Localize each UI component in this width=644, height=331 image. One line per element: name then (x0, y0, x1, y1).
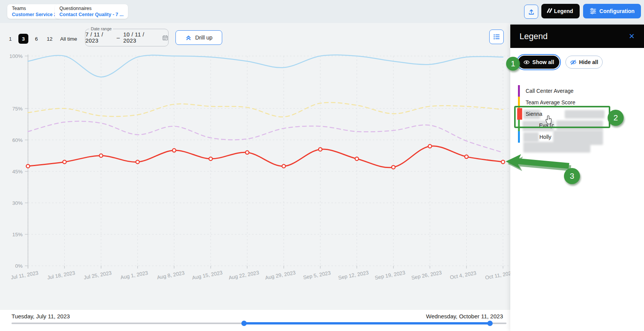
configuration-button-label: Configuration (600, 8, 635, 14)
annotation-step-1-badge: 1 (506, 57, 520, 71)
legend-panel-header: Legend ✕ (510, 25, 644, 48)
svg-text:Jul 18, 2023: Jul 18, 2023 (47, 270, 75, 281)
timeline-slider-handle-left[interactable] (241, 321, 247, 326)
svg-text:15%: 15% (12, 232, 23, 237)
timeline-start-date: Tuesday, July 11, 2023 (11, 313, 70, 319)
breadcrumb-value-link[interactable]: Customer Service 2 (12, 12, 57, 18)
hide-all-button[interactable]: Hide all (565, 56, 603, 69)
breadcrumb-label: Teams (12, 6, 57, 12)
breadcrumb-teams[interactable]: Teams Customer Service 2 (7, 4, 61, 19)
legend-item-label: Holly (539, 134, 551, 140)
svg-text:60%: 60% (12, 137, 23, 143)
timeline-slider-handle-right[interactable] (487, 321, 493, 326)
close-icon[interactable]: ✕ (626, 30, 638, 42)
svg-text:75%: 75% (12, 106, 23, 112)
upload-export-icon (528, 8, 535, 16)
svg-text:Jul 11, 2023: Jul 11, 2023 (10, 270, 39, 280)
legend-color-bar (518, 131, 520, 143)
svg-text:45%: 45% (12, 169, 23, 175)
list-icon (493, 33, 500, 41)
time-range-group: 13612All time (5, 34, 79, 44)
breadcrumb-value-link[interactable]: Contact Center Quality - 7 ... (59, 12, 123, 18)
svg-text:Aug 1, 2023: Aug 1, 2023 (120, 270, 148, 280)
hide-all-label: Hide all (579, 59, 598, 65)
legend-item[interactable]: Call Center Average (518, 85, 637, 97)
svg-text:0%: 0% (15, 263, 23, 269)
svg-text:30%: 30% (12, 200, 23, 206)
timeline-slider-selected-range[interactable] (244, 322, 490, 324)
redaction-blur (523, 132, 539, 142)
drill-up-label: Drill up (195, 35, 212, 41)
svg-text:100%: 100% (9, 53, 23, 59)
drill-up-button[interactable]: Drill up (175, 30, 222, 45)
legend-lines-icon (548, 8, 551, 14)
svg-text:Aug 8, 2023: Aug 8, 2023 (157, 270, 185, 280)
svg-text:Sep 19, 2023: Sep 19, 2023 (374, 270, 406, 281)
time-range-option-1[interactable]: 1 (5, 34, 15, 44)
chart-list-view-button[interactable] (489, 30, 504, 44)
double-chevron-up-icon (185, 34, 192, 41)
svg-text:Aug 15, 2023: Aug 15, 2023 (192, 270, 223, 281)
legend-item-label: Call Center Average (526, 88, 574, 94)
show-all-label: Show all (533, 59, 554, 65)
svg-text:Oct 11, 2023: Oct 11, 2023 (485, 270, 510, 281)
configuration-button[interactable]: Configuration (583, 4, 641, 18)
svg-text:Sep 5, 2023: Sep 5, 2023 (303, 270, 331, 280)
calendar-icon[interactable] (162, 35, 168, 41)
top-bar: Teams Customer Service 2 Questionnaires … (0, 0, 644, 23)
sliders-icon (590, 8, 596, 15)
timeline-bar: Tuesday, July 11, 2023 Wednesday, Octobe… (0, 310, 510, 331)
annotation-highlight-box (514, 106, 610, 128)
date-from-value[interactable]: 7 / 11 / 2023 (85, 31, 113, 44)
chart-area: 13612All time Date range 7 / 11 / 2023 –… (0, 23, 510, 310)
redaction-blur (523, 142, 590, 153)
time-range-option-6[interactable]: 6 (31, 34, 41, 44)
svg-text:Aug 22, 2023: Aug 22, 2023 (228, 270, 260, 281)
line-chart[interactable]: 100%75%60%45%30%15%0%Jul 11, 2023Jul 18,… (0, 23, 510, 310)
svg-text:Sep 12, 2023: Sep 12, 2023 (338, 270, 369, 281)
time-range-option-3[interactable]: 3 (18, 34, 28, 44)
legend-toggle-button[interactable]: Legend (541, 4, 580, 18)
hand-cursor-icon (546, 115, 553, 125)
svg-text:Jul 25, 2023: Jul 25, 2023 (83, 270, 112, 281)
show-all-button[interactable]: Show all (518, 56, 559, 69)
annotation-step-3-badge: 3 (564, 168, 580, 184)
svg-text:Aug 29, 2023: Aug 29, 2023 (265, 270, 296, 281)
annotation-step-2-badge: 2 (608, 110, 624, 126)
legend-item[interactable]: Holly (518, 131, 637, 143)
breadcrumb-label: Questionnaires (59, 6, 123, 12)
date-range-field[interactable]: Date range 7 / 11 / 2023 – 10 / 11 / 202… (85, 29, 169, 46)
date-to-value[interactable]: 10 / 11 / 2023 (123, 31, 154, 44)
time-range-option-12[interactable]: 12 (44, 34, 55, 44)
breadcrumb-questionnaires[interactable]: Questionnaires Contact Center Quality - … (55, 4, 128, 19)
svg-text:Oct 4, 2023: Oct 4, 2023 (449, 270, 477, 280)
time-range-option-all-time[interactable]: All time (58, 34, 79, 44)
app-root: Teams Customer Service 2 Questionnaires … (0, 0, 644, 331)
date-separator: – (116, 35, 120, 41)
eye-icon (523, 60, 530, 65)
export-button[interactable] (524, 5, 538, 19)
eye-off-icon (570, 59, 577, 65)
timeline-end-date: Wednesday, October 11, 2023 (426, 313, 503, 319)
legend-button-label: Legend (554, 8, 573, 14)
legend-panel-title: Legend (519, 31, 547, 41)
legend-color-bar (518, 85, 520, 97)
svg-text:Sep 26, 2023: Sep 26, 2023 (411, 270, 442, 281)
legend-item-label: Team Average Score (526, 99, 575, 105)
